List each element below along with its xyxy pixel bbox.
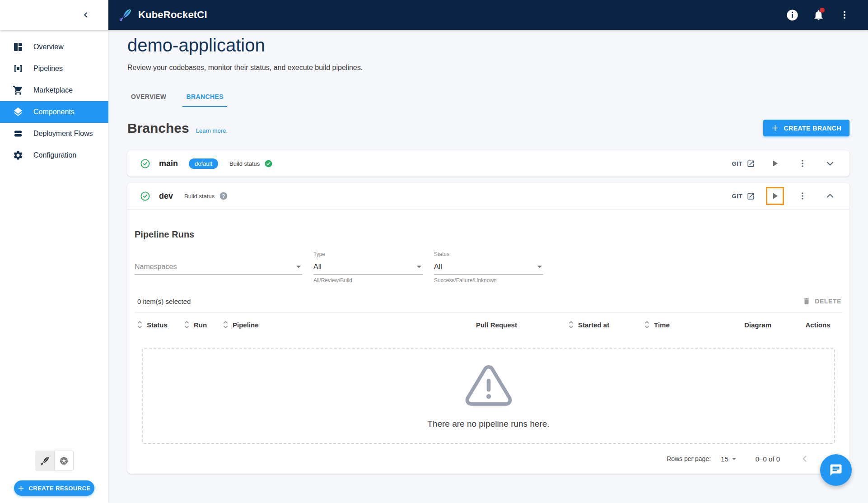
dropdown-arrow-icon <box>537 265 542 269</box>
sidebar-item-label: Components <box>33 108 75 116</box>
delete-label: DELETE <box>815 298 841 305</box>
branch-row[interactable]: main default Build status GIT <box>127 150 849 177</box>
git-label: GIT <box>732 193 742 200</box>
check-circle-outline-icon <box>140 158 150 169</box>
dropdown-arrow-icon <box>732 457 737 461</box>
namespaces-select[interactable]: Namespaces <box>135 260 302 275</box>
view-toggle-group <box>35 451 74 470</box>
branch-card-dev: dev Build status ? GIT <box>127 183 849 474</box>
appbar-menu-button[interactable] <box>837 8 852 22</box>
dashboard-icon <box>13 42 23 52</box>
tab-overview[interactable]: OVERVIEW <box>127 88 170 107</box>
trigger-build-button[interactable] <box>767 156 783 171</box>
create-branch-button[interactable]: CREATE BRANCH <box>763 120 849 136</box>
page-subtitle: Review your codebases, monitor their sta… <box>127 64 849 72</box>
collapse-branch-button[interactable] <box>822 188 838 204</box>
sort-icon <box>644 320 649 329</box>
sidebar-item-overview[interactable]: Overview <box>0 36 108 58</box>
default-branch-badge: default <box>189 158 218 169</box>
git-link[interactable]: GIT <box>732 159 755 168</box>
column-header-diagram: Diagram <box>722 321 791 329</box>
type-filter: Type All All/Review/Build <box>313 251 423 284</box>
layers-icon <box>13 107 23 117</box>
create-resource-label: CREATE RESOURCE <box>28 485 90 492</box>
notifications-button[interactable] <box>811 8 826 22</box>
sidebar-item-label: Marketplace <box>33 86 73 94</box>
column-header-actions: Actions <box>791 321 842 329</box>
branch-name: main <box>159 159 178 168</box>
sidebar-footer: CREATE RESOURCE <box>0 451 108 503</box>
git-link[interactable]: GIT <box>732 192 755 200</box>
branches-header: Branches Learn more. CREATE BRANCH <box>127 120 849 136</box>
type-selected-value: All <box>313 263 322 271</box>
branch-name: dev <box>159 191 173 201</box>
info-icon <box>786 9 799 22</box>
gear-icon <box>13 150 23 161</box>
sort-icon <box>137 320 142 329</box>
rows-per-page-select[interactable]: 15 <box>721 455 737 463</box>
branch-row[interactable]: dev Build status ? GIT <box>127 183 849 209</box>
sidebar-item-label: Configuration <box>33 151 76 159</box>
sidebar-item-deployment-flows[interactable]: Deployment Flows <box>0 123 108 144</box>
empty-state-text: There are no pipeline runs here. <box>427 419 549 429</box>
sidebar-item-label: Deployment Flows <box>33 130 93 138</box>
sidebar-item-marketplace[interactable]: Marketplace <box>0 79 108 101</box>
create-resource-button[interactable]: CREATE RESOURCE <box>14 480 94 496</box>
trigger-build-button-highlighted[interactable] <box>767 188 783 204</box>
learn-more-link[interactable]: Learn more. <box>196 127 228 136</box>
info-button[interactable] <box>785 8 799 22</box>
column-header-run[interactable]: Run <box>182 320 220 329</box>
kuberocketci-view-toggle[interactable] <box>35 451 54 470</box>
pagination: Rows per page: 15 0–0 of 0 <box>135 444 842 474</box>
chevron-left-icon <box>82 11 89 19</box>
selection-toolbar: 0 item(s) selected DELETE <box>135 297 842 312</box>
delete-button[interactable]: DELETE <box>803 297 841 305</box>
chevron-up-icon <box>825 191 835 201</box>
dropdown-arrow-icon <box>416 265 422 269</box>
svg-text:?: ? <box>222 194 225 199</box>
build-success-icon <box>264 159 273 168</box>
previous-page-button[interactable] <box>800 454 810 464</box>
build-status-label: Build status <box>229 160 260 167</box>
expand-branch-button[interactable] <box>822 156 838 171</box>
sort-icon <box>184 320 189 329</box>
app-logo[interactable]: KubeRocketCI <box>118 8 207 22</box>
column-header-pipeline[interactable]: Pipeline <box>220 320 425 329</box>
column-header-status[interactable]: Status <box>135 320 182 329</box>
branch-actions: GIT <box>732 188 838 204</box>
branch-menu-button[interactable] <box>795 188 810 204</box>
status-select[interactable]: All <box>434 260 543 275</box>
top-bar: KubeRocketCI <box>0 0 868 30</box>
sidebar-item-components[interactable]: Components <box>0 101 108 123</box>
column-header-time[interactable]: Time <box>642 320 722 329</box>
app-bar: KubeRocketCI <box>108 0 868 30</box>
app-window: KubeRocketCI O <box>0 0 868 503</box>
create-branch-label: CREATE BRANCH <box>784 125 841 132</box>
column-header-pull-request: Pull Request <box>425 321 566 329</box>
branch-card-main: main default Build status GIT <box>127 150 849 177</box>
status-filter: Status All Success/Failure/Unknown <box>434 251 543 284</box>
namespaces-filter: Namespaces <box>135 251 302 284</box>
chevron-left-icon <box>800 454 810 464</box>
column-header-started-at[interactable]: Started at <box>566 320 642 329</box>
play-icon <box>770 191 780 201</box>
chat-fab-button[interactable] <box>820 454 852 486</box>
pipelines-icon <box>13 63 23 74</box>
sidebar: Overview Pipelines Marketplace Component… <box>0 30 108 503</box>
type-select[interactable]: All <box>313 260 423 275</box>
kebab-menu-icon <box>798 191 807 201</box>
warning-triangle-icon <box>463 363 514 408</box>
kubernetes-view-toggle[interactable] <box>54 451 73 470</box>
sidebar-header <box>0 0 108 30</box>
status-filter-label: Status <box>434 251 543 259</box>
sidebar-collapse-button[interactable] <box>79 8 93 22</box>
branch-menu-button[interactable] <box>795 156 810 171</box>
sort-icon <box>223 320 228 329</box>
empty-state: There are no pipeline runs here. <box>142 348 835 444</box>
kubernetes-wheel-icon <box>59 456 69 466</box>
sidebar-item-configuration[interactable]: Configuration <box>0 144 108 166</box>
external-link-icon <box>747 192 755 200</box>
tab-branches[interactable]: BRANCHES <box>182 88 227 107</box>
kebab-menu-icon <box>839 9 850 20</box>
sidebar-item-pipelines[interactable]: Pipelines <box>0 58 108 79</box>
